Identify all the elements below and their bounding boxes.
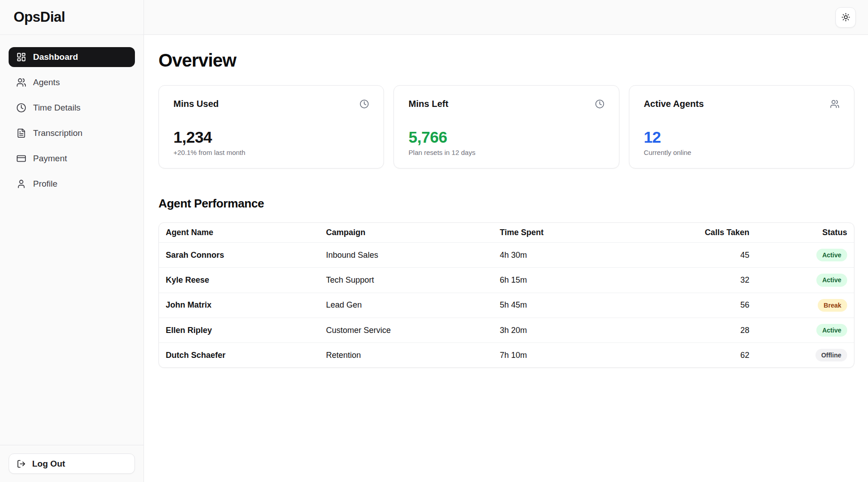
sidebar-footer: Log Out bbox=[0, 445, 144, 482]
agent-name-cell: John Matrix bbox=[159, 293, 319, 318]
status-cell: Active bbox=[757, 268, 854, 293]
card-title: Mins Used bbox=[173, 99, 219, 109]
users-icon bbox=[830, 99, 839, 109]
sidebar-item-label: Dashboard bbox=[33, 52, 78, 62]
sidebar-item-profile[interactable]: Profile bbox=[9, 174, 135, 194]
sidebar-nav: DashboardAgentsTime DetailsTranscription… bbox=[0, 35, 144, 445]
page-content: Overview Mins Used 1,234 +20.1% from las… bbox=[144, 35, 868, 482]
time-spent-cell: 4h 30m bbox=[493, 243, 652, 268]
status-badge: Active bbox=[816, 249, 847, 261]
stat-card-mins-left: Mins Left 5,766 Plan resets in 12 days bbox=[393, 85, 619, 169]
sidebar-item-time-details[interactable]: Time Details bbox=[9, 98, 135, 118]
calls-taken-cell: 32 bbox=[652, 268, 757, 293]
table-header-row: Agent NameCampaignTime SpentCalls TakenS… bbox=[159, 223, 854, 243]
card-value: 12 bbox=[644, 129, 839, 145]
clock-icon bbox=[360, 99, 369, 109]
section-title: Agent Performance bbox=[158, 197, 854, 211]
main-area: Overview Mins Used 1,234 +20.1% from las… bbox=[144, 0, 868, 482]
status-badge: Offline bbox=[815, 349, 847, 362]
sidebar-item-transcription[interactable]: Transcription bbox=[9, 123, 135, 143]
column-header-status: Status bbox=[757, 223, 854, 243]
table-row: Dutch Schaefer Retention 7h 10m 62 Offli… bbox=[159, 343, 854, 368]
table-row: Sarah Connors Inbound Sales 4h 30m 45 Ac… bbox=[159, 243, 854, 268]
agent-name-cell: Ellen Ripley bbox=[159, 318, 319, 342]
sidebar-item-payment[interactable]: Payment bbox=[9, 149, 135, 169]
users-icon bbox=[16, 77, 26, 87]
status-cell: Break bbox=[757, 293, 854, 318]
logout-label: Log Out bbox=[32, 459, 65, 469]
table-row: John Matrix Lead Gen 5h 45m 56 Break bbox=[159, 293, 854, 318]
campaign-cell: Customer Service bbox=[319, 318, 493, 342]
stat-card-active-agents: Active Agents 12 Currently online bbox=[629, 85, 854, 169]
card-header: Mins Left bbox=[408, 99, 604, 109]
log-out-icon bbox=[17, 459, 26, 468]
sidebar-item-dashboard[interactable]: Dashboard bbox=[9, 47, 135, 67]
clock-icon bbox=[16, 103, 26, 113]
sidebar-item-label: Time Details bbox=[33, 103, 81, 113]
logout-button[interactable]: Log Out bbox=[9, 453, 135, 474]
time-spent-cell: 6h 15m bbox=[493, 268, 652, 293]
clock-icon bbox=[595, 99, 604, 109]
sidebar-item-label: Payment bbox=[33, 154, 67, 164]
card-header: Active Agents bbox=[644, 99, 839, 109]
sidebar: OpsDial DashboardAgentsTime DetailsTrans… bbox=[0, 0, 144, 482]
layout-dashboard-icon bbox=[16, 52, 26, 62]
agent-table: Agent NameCampaignTime SpentCalls TakenS… bbox=[159, 223, 854, 367]
app-title: OpsDial bbox=[14, 9, 65, 25]
column-header-calls-taken: Calls Taken bbox=[652, 223, 757, 243]
agent-performance-table: Agent NameCampaignTime SpentCalls TakenS… bbox=[158, 222, 854, 368]
file-text-icon bbox=[16, 128, 26, 138]
card-title: Mins Left bbox=[408, 99, 448, 109]
sidebar-item-label: Agents bbox=[33, 77, 60, 87]
sidebar-item-agents[interactable]: Agents bbox=[9, 72, 135, 92]
calls-taken-cell: 62 bbox=[652, 343, 757, 368]
calls-taken-cell: 56 bbox=[652, 293, 757, 318]
agent-name-cell: Sarah Connors bbox=[159, 243, 319, 268]
campaign-cell: Tech Support bbox=[319, 268, 493, 293]
card-subtitle: Currently online bbox=[644, 149, 839, 156]
status-badge: Active bbox=[816, 324, 847, 337]
app-logo: OpsDial bbox=[0, 0, 144, 35]
card-subtitle: Plan resets in 12 days bbox=[408, 149, 604, 156]
stat-card-mins-used: Mins Used 1,234 +20.1% from last month bbox=[158, 85, 384, 169]
column-header-time-spent: Time Spent bbox=[493, 223, 652, 243]
status-cell: Active bbox=[757, 243, 854, 268]
card-subtitle: +20.1% from last month bbox=[173, 149, 369, 156]
sun-icon bbox=[841, 13, 850, 22]
app-root: OpsDial DashboardAgentsTime DetailsTrans… bbox=[0, 0, 868, 482]
status-badge: Active bbox=[816, 274, 847, 286]
time-spent-cell: 7h 10m bbox=[493, 343, 652, 368]
card-value: 5,766 bbox=[408, 129, 604, 145]
calls-taken-cell: 28 bbox=[652, 318, 757, 342]
theme-toggle-button[interactable] bbox=[835, 7, 856, 28]
status-cell: Active bbox=[757, 318, 854, 342]
table-row: Ellen Ripley Customer Service 3h 20m 28 … bbox=[159, 318, 854, 342]
column-header-agent-name: Agent Name bbox=[159, 223, 319, 243]
time-spent-cell: 5h 45m bbox=[493, 293, 652, 318]
status-badge: Break bbox=[818, 299, 847, 312]
card-header: Mins Used bbox=[173, 99, 369, 109]
user-icon bbox=[16, 179, 26, 189]
stat-cards: Mins Used 1,234 +20.1% from last month M… bbox=[158, 85, 854, 169]
card-title: Active Agents bbox=[644, 99, 704, 109]
card-value: 1,234 bbox=[173, 129, 369, 145]
campaign-cell: Inbound Sales bbox=[319, 243, 493, 268]
sidebar-item-label: Profile bbox=[33, 179, 58, 189]
table-row: Kyle Reese Tech Support 6h 15m 32 Active bbox=[159, 268, 854, 293]
agent-name-cell: Kyle Reese bbox=[159, 268, 319, 293]
column-header-campaign: Campaign bbox=[319, 223, 493, 243]
credit-card-icon bbox=[16, 154, 26, 164]
calls-taken-cell: 45 bbox=[652, 243, 757, 268]
campaign-cell: Lead Gen bbox=[319, 293, 493, 318]
status-cell: Offline bbox=[757, 343, 854, 368]
topbar bbox=[144, 0, 868, 35]
campaign-cell: Retention bbox=[319, 343, 493, 368]
agent-name-cell: Dutch Schaefer bbox=[159, 343, 319, 368]
sidebar-item-label: Transcription bbox=[33, 128, 82, 138]
page-title: Overview bbox=[158, 50, 854, 71]
time-spent-cell: 3h 20m bbox=[493, 318, 652, 342]
